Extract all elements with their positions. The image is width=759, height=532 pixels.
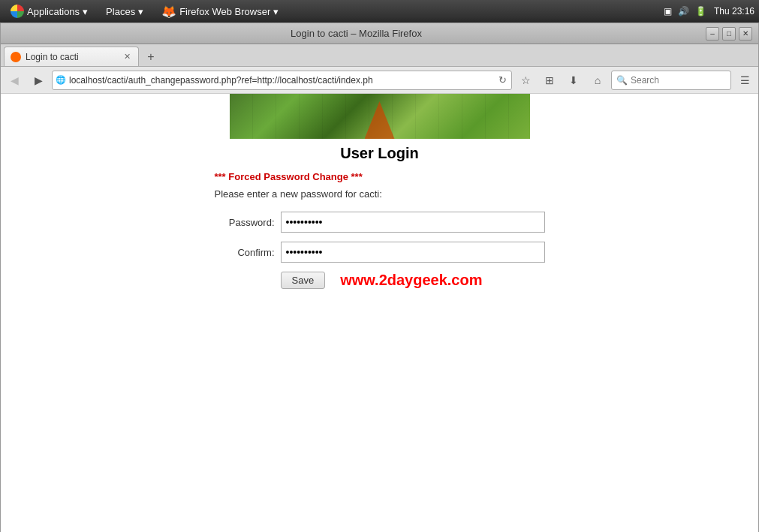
url-bar-container: 🌐 ↻ (52, 71, 512, 90)
taskbar: Applications ▾ Places ▾ 🦊 Firefox Web Br… (0, 0, 759, 23)
save-button[interactable]: Save (281, 272, 326, 289)
search-icon: 🔍 (616, 75, 628, 86)
applications-label: Applications (27, 6, 80, 17)
window-controls: – □ ✕ (706, 27, 752, 41)
password-field[interactable] (281, 212, 545, 233)
browser-menu[interactable]: 🦊 Firefox Web Browser ▾ (155, 3, 285, 20)
menu-button[interactable]: ☰ (734, 70, 755, 91)
password-row: Password: (215, 212, 545, 233)
description-text: Please enter a new password for cacti: (215, 188, 545, 200)
cacti-banner (230, 94, 530, 139)
search-input[interactable] (631, 75, 726, 86)
bookmarks-panel-button[interactable]: ⊞ (539, 70, 560, 91)
forced-password-message: *** Forced Password Change *** (215, 171, 545, 182)
home-button[interactable]: ⌂ (587, 70, 608, 91)
tab-close-button[interactable]: ✕ (122, 51, 132, 62)
volume-icon[interactable]: 🔊 (678, 6, 689, 17)
tab-label: Login to cacti (26, 52, 118, 62)
applications-menu[interactable]: Applications ▾ (5, 3, 94, 20)
lock-icon: 🌐 (56, 75, 66, 85)
screen-icon[interactable]: ▣ (664, 6, 672, 17)
search-box: 🔍 (611, 71, 731, 90)
firefox-icon: 🦊 (161, 5, 176, 19)
places-arrow: ▾ (138, 6, 143, 17)
reload-button[interactable]: ↻ (497, 73, 508, 87)
applications-arrow: ▾ (83, 6, 88, 17)
bookmark-star-button[interactable]: ☆ (515, 70, 536, 91)
navigation-bar: ◀ ▶ 🌐 ↻ ☆ ⊞ ⬇ ⌂ 🔍 ☰ (1, 67, 758, 94)
battery-icon[interactable]: 🔋 (695, 6, 706, 17)
tab-favicon (11, 52, 21, 62)
clock: Thu 23:16 (714, 6, 754, 17)
confirm-label: Confirm: (215, 247, 275, 258)
browser-arrow: ▾ (273, 6, 279, 17)
maximize-button[interactable]: □ (722, 27, 736, 41)
confirm-field[interactable] (281, 242, 545, 263)
url-bar[interactable] (69, 75, 494, 86)
confirm-row: Confirm: (215, 242, 545, 263)
browser-label: Firefox Web Browser (179, 6, 270, 17)
window-title: Login to cacti – Mozilla Firefox (7, 28, 706, 39)
forward-button[interactable]: ▶ (28, 70, 49, 91)
places-label: Places (106, 6, 135, 17)
minimize-button[interactable]: – (706, 27, 719, 41)
taskbar-system-icons: ▣ 🔊 🔋 (664, 6, 706, 17)
title-bar: Login to cacti – Mozilla Firefox – □ ✕ (1, 23, 758, 44)
save-row: Save www.2daygeek.com (281, 272, 545, 289)
close-button[interactable]: ✕ (739, 27, 752, 41)
download-button[interactable]: ⬇ (563, 70, 584, 91)
watermark: www.2daygeek.com (340, 272, 482, 289)
form-container: *** Forced Password Change *** Please en… (207, 171, 553, 289)
tab-bar: Login to cacti ✕ + (1, 44, 758, 67)
firefox-window: Login to cacti – Mozilla Firefox – □ ✕ L… (0, 23, 759, 532)
content-area: User Login *** Forced Password Change **… (1, 94, 758, 532)
banner-image (230, 94, 530, 139)
back-button[interactable]: ◀ (4, 70, 25, 91)
places-menu[interactable]: Places ▾ (100, 5, 149, 19)
new-tab-button[interactable]: + (142, 48, 160, 66)
password-label: Password: (215, 217, 275, 228)
active-tab[interactable]: Login to cacti ✕ (4, 47, 139, 66)
gnome-icon (11, 5, 24, 18)
login-title: User Login (340, 145, 418, 162)
